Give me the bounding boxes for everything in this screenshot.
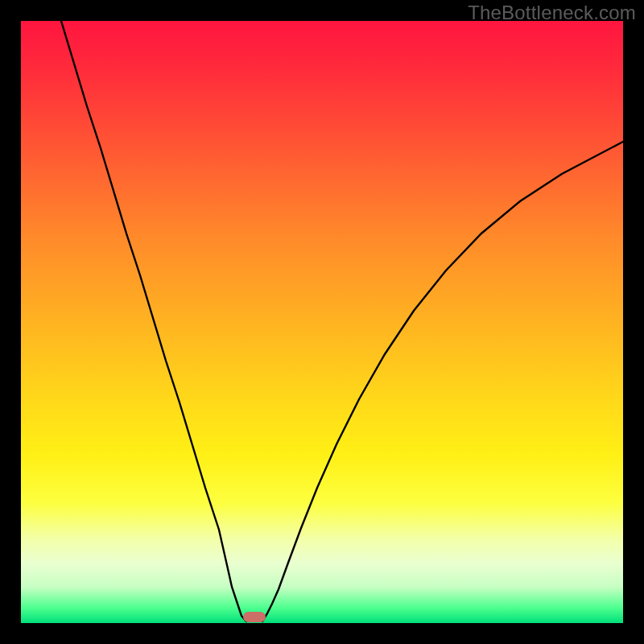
bottleneck-curve bbox=[21, 21, 623, 623]
watermark-text: TheBottleneck.com bbox=[468, 2, 636, 24]
plot-area bbox=[21, 21, 623, 623]
chart-frame: TheBottleneck.com bbox=[0, 0, 644, 644]
optimum-marker bbox=[243, 612, 266, 622]
